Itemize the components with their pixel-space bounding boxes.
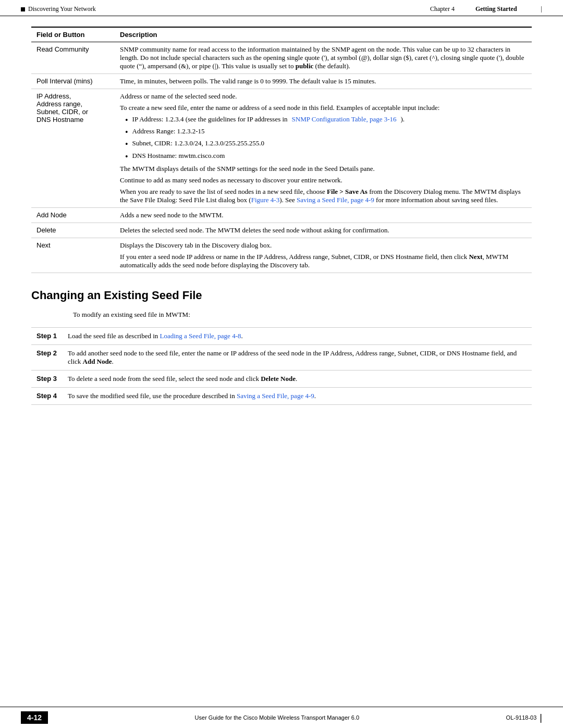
step-1-label: Step 1 xyxy=(31,327,63,344)
field-next: Next xyxy=(31,238,115,273)
table-row: Step 1 Load the seed file as described i… xyxy=(31,327,532,344)
col-desc-header: Description xyxy=(115,27,532,42)
table-row: Read Community SNMP community name for r… xyxy=(31,42,532,74)
page-header: Discovering Your Network Chapter 4 Getti… xyxy=(0,0,563,16)
snmp-config-link[interactable]: SNMP Configuration Table, page 3-16 xyxy=(292,115,397,124)
footer-center-text: User Guide for the Cisco Mobile Wireless… xyxy=(195,714,359,721)
table-row: Next Displays the Discovery tab in the D… xyxy=(31,238,532,273)
header-left: Discovering Your Network xyxy=(21,5,96,13)
desc-add-node: Adds a new seed node to the MWTM. xyxy=(115,207,532,223)
footer-doc-number: OL-9118-03 xyxy=(506,714,537,721)
table-row: Add Node Adds a new seed node to the MWT… xyxy=(31,207,532,223)
table-row: Step 2 To add another seed node to the s… xyxy=(31,344,532,370)
chapter-label: Chapter 4 xyxy=(430,5,455,13)
footer-left: 4-12 xyxy=(21,711,48,724)
desc-read-community: SNMP community name for read access to t… xyxy=(115,42,532,74)
footer-center: User Guide for the Cisco Mobile Wireless… xyxy=(48,714,506,721)
figure-4-3-link[interactable]: Figure 4-3 xyxy=(251,196,280,204)
saving-seed-file-link-2[interactable]: Saving a Seed File, page 4-9 xyxy=(237,392,314,400)
chapter-title: Getting Started xyxy=(475,5,517,13)
steps-table: Step 1 Load the seed file as described i… xyxy=(31,327,532,405)
footer-right: OL-9118-03 | xyxy=(506,712,542,723)
footer-pipe: | xyxy=(540,712,542,723)
table-row: IP Address,Address range,Subnet, CIDR, o… xyxy=(31,89,532,208)
page-footer: 4-12 User Guide for the Cisco Mobile Wir… xyxy=(0,707,563,728)
field-poll-interval: Poll Interval (mins) xyxy=(31,74,115,89)
step-4-label: Step 4 xyxy=(31,387,63,404)
header-divider: | xyxy=(541,5,542,13)
step-2-desc: To add another seed node to the seed fil… xyxy=(63,344,532,370)
main-content: Field or Button Description Read Communi… xyxy=(0,16,563,415)
step-3-label: Step 3 xyxy=(31,370,63,387)
desc-delete: Deletes the selected seed node. The MWTM… xyxy=(115,223,532,238)
list-item: Subnet, CIDR: 1.2.3.0/24, 1.2.3.0/255.25… xyxy=(125,139,527,149)
saving-seed-file-link[interactable]: Saving a Seed File, page 4-9 xyxy=(297,196,374,204)
table-row: Delete Deletes the selected seed node. T… xyxy=(31,223,532,238)
step-3-desc: To delete a seed node from the seed file… xyxy=(63,370,532,387)
section-heading: Changing an Existing Seed File xyxy=(31,289,532,302)
loading-seed-file-link[interactable]: Loading a Seed File, page 4-8 xyxy=(160,332,241,340)
table-row: Step 4 To save the modified seed file, u… xyxy=(31,387,532,404)
list-item: IP Address: 1.2.3.4 (see the guidelines … xyxy=(125,115,527,125)
field-add-node: Add Node xyxy=(31,207,115,223)
field-description-table: Field or Button Description Read Communi… xyxy=(31,27,532,273)
step-4-desc: To save the modified seed file, use the … xyxy=(63,387,532,404)
page-number: 4-12 xyxy=(21,711,48,724)
step-2-label: Step 2 xyxy=(31,344,63,370)
section-intro: To modify an existing seed file in MWTM: xyxy=(31,311,532,319)
desc-poll-interval: Time, in minutes, between polls. The val… xyxy=(115,74,532,89)
bullet-list: IP Address: 1.2.3.4 (see the guidelines … xyxy=(120,115,527,162)
field-delete: Delete xyxy=(31,223,115,238)
page-container: Discovering Your Network Chapter 4 Getti… xyxy=(0,0,563,728)
desc-next: Displays the Discovery tab in the Discov… xyxy=(115,238,532,273)
col-field-header: Field or Button xyxy=(31,27,115,42)
desc-ip-address: Address or name of the selected seed nod… xyxy=(115,89,532,208)
header-bullet xyxy=(21,7,25,11)
table-row: Poll Interval (mins) Time, in minutes, b… xyxy=(31,74,532,89)
header-section-title: Discovering Your Network xyxy=(28,5,96,13)
list-item: DNS Hostname: mwtm.cisco.com xyxy=(125,152,527,162)
step-1-desc: Load the seed file as described in Loadi… xyxy=(63,327,532,344)
table-row: Step 3 To delete a seed node from the se… xyxy=(31,370,532,387)
field-ip-address: IP Address,Address range,Subnet, CIDR, o… xyxy=(31,89,115,208)
header-right: Chapter 4 Getting Started | xyxy=(430,5,542,13)
field-read-community: Read Community xyxy=(31,42,115,74)
list-item: Address Range: 1.2.3.2-15 xyxy=(125,127,527,137)
